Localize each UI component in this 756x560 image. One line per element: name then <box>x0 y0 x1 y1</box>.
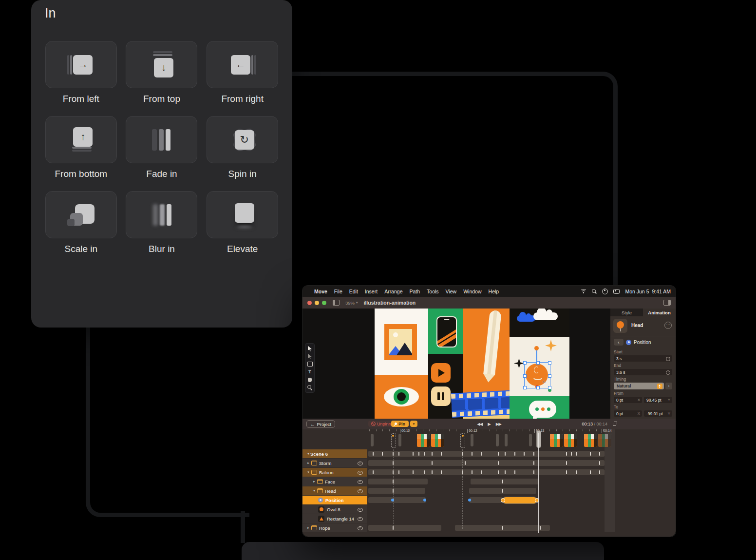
more-options-icon[interactable]: ⋯ <box>664 322 672 329</box>
keyframe-dot[interactable] <box>423 499 426 502</box>
track-segment <box>368 479 428 484</box>
zoom-level-dropdown[interactable]: 39% ▾ <box>345 300 358 306</box>
timecode: 00:13 / 00:14 <box>582 422 607 426</box>
keyframe-tick <box>514 452 515 456</box>
ruler-tick <box>389 429 390 431</box>
user-icon[interactable] <box>602 289 608 294</box>
transition-elevate[interactable]: Elevate <box>206 191 279 254</box>
transition-from-left[interactable]: → From left <box>45 41 117 104</box>
hand-tool[interactable] <box>307 377 313 383</box>
ruler-tick <box>589 429 590 431</box>
expand-icon[interactable] <box>613 422 617 426</box>
ruler-tick <box>510 429 510 431</box>
select-tool[interactable] <box>307 346 313 351</box>
transition-spin-in[interactable]: ↻ Spin in <box>206 116 279 179</box>
close-button[interactable] <box>307 301 312 305</box>
keyframe-tick <box>413 452 414 456</box>
selected-keyframe-pill[interactable] <box>460 433 465 448</box>
minimize-button[interactable] <box>315 301 319 305</box>
layer-name: Head <box>631 323 643 328</box>
slide-from-bottom-icon: ↑ <box>66 126 95 154</box>
end-label: End <box>614 363 672 368</box>
keyframe-strip[interactable]: 00:1100:1200:1300:14 <box>302 429 676 449</box>
rewind-button[interactable]: ◀◀ <box>477 422 482 426</box>
elevate-icon <box>228 201 257 229</box>
control-center-icon[interactable] <box>613 289 620 294</box>
keyframe-pill[interactable] <box>496 434 499 446</box>
menu-edit[interactable]: Edit <box>349 289 358 294</box>
selected-keyframe-pill[interactable] <box>391 433 396 448</box>
selection-box[interactable] <box>524 362 550 388</box>
fade-in-icon <box>147 126 176 154</box>
transition-fade-in[interactable]: Fade in <box>126 116 198 179</box>
keyframe-pill[interactable] <box>371 434 374 446</box>
playhead-handle[interactable] <box>536 430 541 448</box>
keyframe-pill[interactable] <box>529 434 532 446</box>
position-property-icon <box>626 340 631 345</box>
from-x-input[interactable]: 0 ptX <box>614 397 642 403</box>
segment-endpoint <box>501 498 505 502</box>
playhead-line <box>538 433 539 533</box>
keyframe-tick <box>505 470 506 474</box>
stepper-icon <box>657 384 662 389</box>
from-y-input[interactable]: 98.45 ptY <box>644 397 672 403</box>
menu-move[interactable]: Move <box>314 289 327 294</box>
back-to-project-button[interactable]: ← Project <box>306 420 335 428</box>
end-input[interactable]: 3.6 s <box>614 369 672 375</box>
text-tool[interactable]: T <box>307 369 313 375</box>
layer-thumbnail <box>613 319 627 333</box>
keyframe-pill[interactable] <box>398 434 401 446</box>
wifi-icon[interactable] <box>580 289 586 293</box>
track-lanes[interactable] <box>302 449 676 533</box>
keyframe-tick <box>413 470 414 474</box>
zoom-tool[interactable] <box>307 385 313 390</box>
sidebar-toggle-icon[interactable] <box>333 300 340 306</box>
scene-thumbnail-group <box>417 434 444 447</box>
pin-options-button[interactable]: ▾ <box>410 421 417 427</box>
timing-select[interactable]: Natural <box>614 383 664 389</box>
node-tool[interactable] <box>307 353 313 359</box>
back-button[interactable]: ‹ <box>614 339 624 346</box>
forward-button[interactable]: ▶▶ <box>496 422 501 426</box>
to-y-input[interactable]: -99.01 ptY <box>644 410 672 417</box>
menu-help[interactable]: Help <box>489 289 499 294</box>
play-button[interactable]: ▶ <box>488 422 491 426</box>
keyframe-pill[interactable] <box>505 434 508 446</box>
to-x-input[interactable]: 0 ptX <box>614 410 642 417</box>
selection-origin-dot[interactable] <box>534 346 539 350</box>
pin-button[interactable]: Pin <box>391 421 409 427</box>
tab-animation[interactable]: Animation <box>643 309 676 316</box>
start-input[interactable]: 3 s <box>614 355 672 362</box>
blue-cloud-illustration <box>517 315 535 322</box>
menu-view[interactable]: View <box>446 289 457 294</box>
search-icon[interactable] <box>592 289 597 294</box>
transition-scale-in[interactable]: Scale in <box>45 191 117 254</box>
menu-window[interactable]: Window <box>463 289 481 294</box>
menu-arrange[interactable]: Arrange <box>384 289 402 294</box>
tile-photo <box>375 309 428 375</box>
transition-blur-in[interactable]: Blur in <box>126 191 198 254</box>
keyframe-tick <box>599 461 600 465</box>
panel-toggle-icon[interactable] <box>663 300 671 306</box>
menu-file[interactable]: File <box>334 289 342 294</box>
menu-insert[interactable]: Insert <box>365 289 378 294</box>
active-animation-segment[interactable] <box>503 497 537 503</box>
cropped-panel-bar <box>242 542 604 560</box>
slide-from-left-icon: → <box>66 51 95 78</box>
transition-from-top[interactable]: ↓ From top <box>126 41 198 104</box>
menu-tools[interactable]: Tools <box>427 289 439 294</box>
keyframe-pill[interactable] <box>471 434 473 446</box>
shape-tool[interactable] <box>307 361 313 367</box>
tab-style[interactable]: Style <box>610 309 643 316</box>
ruler-tick <box>529 429 530 431</box>
canvas-workspace[interactable]: T <box>302 309 610 419</box>
transition-from-bottom[interactable]: ↑ From bottom <box>45 116 117 179</box>
ruler-timecode: 00:11 <box>400 429 410 433</box>
total-time: / 00:14 <box>594 422 607 426</box>
transition-from-right[interactable]: ← From right <box>206 41 279 104</box>
transition-label: Elevate <box>227 244 258 254</box>
timing-detail-button[interactable]: › <box>665 383 672 389</box>
menu-path[interactable]: Path <box>409 289 420 294</box>
macos-menu-bar: Move File Edit Insert Arrange Path Tools… <box>302 286 676 297</box>
fullscreen-button[interactable] <box>322 301 326 305</box>
